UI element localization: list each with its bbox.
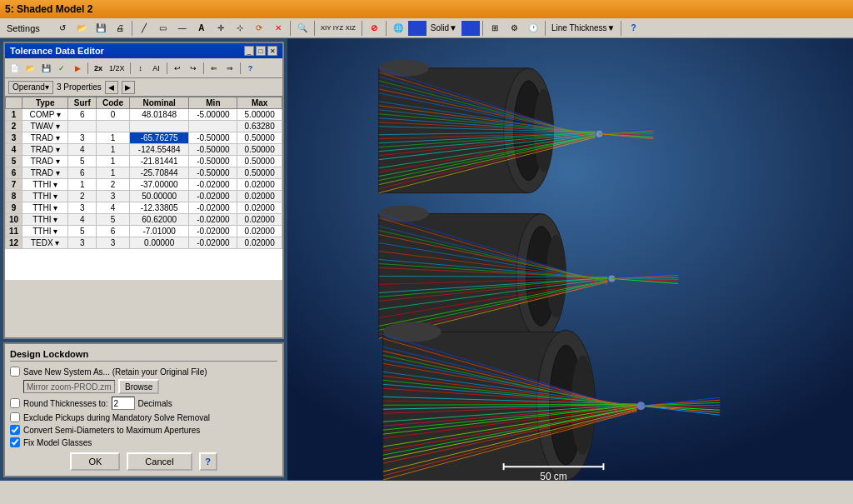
table-row[interactable]: 11TTHI ▾56-7.01000-0.020000.02000 (6, 226, 282, 237)
cell-type[interactable]: TEDX ▾ (22, 237, 68, 249)
tde-sort-btn[interactable]: ↕ (133, 61, 148, 76)
draw-rect-btn[interactable]: ▭ (154, 19, 172, 37)
col-surf[interactable]: Surf (68, 97, 97, 109)
cell-type[interactable]: TRAD ▾ (22, 167, 68, 179)
tde-table-container[interactable]: Type Surf Code Nominal Min Max 1COMP ▾60… (5, 97, 282, 280)
cell-type[interactable]: TWAV ▾ (22, 121, 68, 132)
cell-min[interactable]: -0.50000 (189, 156, 237, 167)
cell-nominal[interactable]: 48.01848 (129, 109, 189, 121)
solid-dropdown-btn[interactable]: Solid ▼ (427, 19, 461, 37)
cell-code[interactable]: 1 (97, 144, 130, 156)
cell-surf[interactable]: 3 (68, 202, 97, 214)
cell-type[interactable]: COMP ▾ (22, 109, 68, 121)
globe-btn[interactable]: 🌐 (389, 19, 407, 37)
dl-save-checkbox[interactable] (10, 367, 20, 377)
cell-min[interactable]: -5.00000 (189, 109, 237, 121)
tde-new-btn[interactable]: 📄 (7, 61, 22, 76)
dl-decimals-input[interactable] (112, 397, 135, 410)
cell-max[interactable]: 0.02000 (237, 214, 282, 226)
cell-max[interactable]: 5.00000 (237, 109, 282, 121)
tde-right-arr-btn[interactable]: ⇒ (222, 61, 237, 76)
cell-nominal[interactable]: -124.55484 (129, 144, 189, 156)
cell-nominal[interactable]: -37.00000 (129, 179, 189, 191)
cell-max[interactable]: 0.02000 (237, 202, 282, 214)
axis-btn[interactable]: XIY IYZ XIZ (317, 19, 359, 37)
cell-min[interactable]: -0.50000 (189, 144, 237, 156)
cell-nominal[interactable]: -65.76275 (129, 132, 189, 144)
tde-nav-next[interactable]: ▶ (122, 81, 135, 94)
tde-minimize-btn[interactable]: _ (244, 46, 254, 56)
cell-min[interactable]: -0.02000 (189, 214, 237, 226)
tde-redo-btn[interactable]: ↪ (186, 61, 201, 76)
crosshair-btn[interactable]: ✛ (212, 19, 230, 37)
tde-open-btn[interactable]: 📂 (22, 61, 37, 76)
cell-nominal[interactable]: -25.70844 (129, 167, 189, 179)
tde-undo-btn[interactable]: ↩ (170, 61, 185, 76)
dl-help-btn[interactable]: ? (199, 452, 217, 471)
cell-max[interactable]: 0.02000 (237, 226, 282, 237)
tde-check-btn[interactable]: ✓ (54, 61, 69, 76)
cell-type[interactable]: TTHI ▾ (22, 202, 68, 214)
tde-operand-dropdown[interactable]: Operand ▾ (8, 81, 53, 94)
dl-cancel-btn[interactable]: Cancel (127, 452, 192, 471)
cell-max[interactable]: 0.50000 (237, 167, 282, 179)
tde-2x-btn[interactable]: 2x (91, 61, 106, 76)
cell-code[interactable]: 1 (97, 167, 130, 179)
col-nominal[interactable]: Nominal (129, 97, 189, 109)
cell-code[interactable]: 6 (97, 226, 130, 237)
col-max[interactable]: Max (237, 97, 282, 109)
draw-tool-btn[interactable]: — (173, 19, 192, 37)
cell-type[interactable]: TTHI ▾ (22, 179, 68, 191)
cell-code[interactable]: 1 (97, 132, 130, 144)
cell-surf[interactable]: 5 (68, 226, 97, 237)
cell-surf[interactable]: 5 (68, 156, 97, 167)
cell-code[interactable]: 0 (97, 109, 130, 121)
tde-help-btn[interactable]: ? (243, 61, 258, 76)
settings-btn[interactable]: ⚙ (505, 19, 523, 37)
cell-max[interactable]: 0.02000 (237, 179, 282, 191)
table-row[interactable]: 7TTHI ▾12-37.00000-0.020000.02000 (6, 179, 282, 191)
draw-line-btn[interactable]: ╱ (135, 19, 153, 37)
cell-code[interactable]: 5 (97, 214, 130, 226)
zoom-in-btn[interactable]: 🔍 (293, 19, 312, 37)
cell-max[interactable]: 0.50000 (237, 132, 282, 144)
cell-surf[interactable] (68, 121, 97, 132)
cell-surf[interactable]: 1 (68, 179, 97, 191)
cell-type[interactable]: TRAD ▾ (22, 156, 68, 167)
cell-max[interactable]: 0.02000 (237, 191, 282, 202)
no-btn[interactable]: ⊘ (365, 19, 383, 37)
table-row[interactable]: 4TRAD ▾41-124.55484-0.500000.50000 (6, 144, 282, 156)
tde-maximize-btn[interactable]: □ (256, 46, 266, 56)
color-btn[interactable] (408, 21, 426, 36)
cell-surf[interactable]: 2 (68, 191, 97, 202)
cell-min[interactable]: -0.02000 (189, 202, 237, 214)
cell-nominal[interactable]: -21.81441 (129, 156, 189, 167)
cell-nominal[interactable]: 0.00000 (129, 237, 189, 249)
table-row[interactable]: 8TTHI ▾2350.00000-0.020000.02000 (6, 191, 282, 202)
cell-min[interactable]: -0.50000 (189, 167, 237, 179)
tde-nav-prev[interactable]: ◀ (105, 81, 118, 94)
table-row[interactable]: 5TRAD ▾51-21.81441-0.500000.50000 (6, 156, 282, 167)
col-code[interactable]: Code (97, 97, 130, 109)
menu-settings[interactable]: Settings (3, 22, 43, 34)
cell-code[interactable]: 1 (97, 156, 130, 167)
dl-browse-btn[interactable]: Browse (118, 379, 159, 394)
cell-code[interactable] (97, 121, 130, 132)
table-row[interactable]: 9TTHI ▾34-12.33805-0.020000.02000 (6, 202, 282, 214)
cell-type[interactable]: TRAD ▾ (22, 144, 68, 156)
cell-nominal[interactable]: 60.62000 (129, 214, 189, 226)
table-row[interactable]: 3TRAD ▾31-65.76275-0.500000.50000 (6, 132, 282, 144)
cell-type[interactable]: TTHI ▾ (22, 226, 68, 237)
dl-round-checkbox[interactable] (10, 398, 20, 408)
pointer-btn[interactable]: ⊹ (231, 19, 249, 37)
cell-surf[interactable]: 6 (68, 109, 97, 121)
cell-code[interactable]: 3 (97, 237, 130, 249)
cell-min[interactable]: -0.02000 (189, 237, 237, 249)
cell-min[interactable]: -0.02000 (189, 191, 237, 202)
dl-exclude-checkbox[interactable] (10, 412, 20, 422)
cell-surf[interactable]: 6 (68, 167, 97, 179)
table-row[interactable]: 1COMP ▾6048.01848-5.000005.00000 (6, 109, 282, 121)
table-row[interactable]: 10TTHI ▾4560.62000-0.020000.02000 (6, 214, 282, 226)
open-btn[interactable]: 📂 (72, 19, 91, 37)
text-btn[interactable]: A (192, 19, 211, 37)
